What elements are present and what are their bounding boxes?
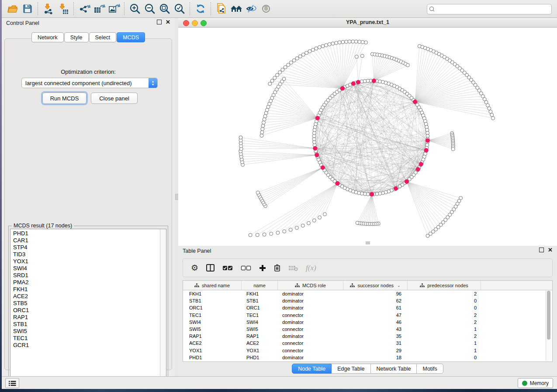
export-image-icon[interactable] xyxy=(107,2,121,16)
network-leaf-node[interactable] xyxy=(278,71,282,74)
network-hub-node[interactable] xyxy=(372,79,376,83)
tab-select[interactable]: Select xyxy=(89,32,117,42)
table-cell[interactable]: 2 xyxy=(408,320,481,325)
network-hub-node[interactable] xyxy=(356,80,360,84)
network-leaf-node[interactable] xyxy=(491,117,495,120)
network-leaf-node[interactable] xyxy=(298,55,302,58)
table-cell[interactable]: dominator xyxy=(278,320,343,325)
table-cell[interactable]: TEC1 xyxy=(242,313,278,318)
tab-network[interactable]: Network xyxy=(31,32,64,42)
network-canvas[interactable] xyxy=(178,28,557,246)
table-scrollbar[interactable] xyxy=(546,291,551,361)
network-leaf-node[interactable] xyxy=(292,58,296,62)
network-leaf-node[interactable] xyxy=(260,134,263,138)
open-folder-icon[interactable] xyxy=(5,2,20,16)
memory-button[interactable]: Memory xyxy=(518,378,553,388)
table-cell[interactable]: 2 xyxy=(408,313,481,318)
network-hub-node[interactable] xyxy=(416,167,420,171)
column-header-successor-nodes[interactable]: successor nodes⌄ xyxy=(343,281,408,290)
network-leaf-node[interactable] xyxy=(328,42,331,46)
network-hub-node[interactable] xyxy=(419,162,423,166)
network-hub-node[interactable] xyxy=(315,116,319,120)
table-cell[interactable]: connector xyxy=(278,327,343,332)
network-leaf-node[interactable] xyxy=(282,77,286,81)
mcds-result-item[interactable]: YOX1 xyxy=(13,258,166,265)
export-table-icon[interactable] xyxy=(92,2,107,16)
table-row[interactable]: YOX1YOX1connector291 xyxy=(183,347,552,354)
tab-motifs[interactable]: Motifs xyxy=(417,364,443,374)
network-leaf-node[interactable] xyxy=(318,45,321,49)
network-leaf-node[interactable] xyxy=(323,213,326,216)
table-cell[interactable]: YOX1 xyxy=(183,348,242,353)
search-input[interactable] xyxy=(438,6,551,13)
add-column-icon[interactable] xyxy=(259,265,266,272)
table-cell[interactable]: dominator xyxy=(278,291,343,296)
network-leaf-node[interactable] xyxy=(256,233,259,237)
table-cell[interactable]: FKH1 xyxy=(183,291,242,296)
network-leaf-node[interactable] xyxy=(256,191,259,194)
network-leaf-node[interactable] xyxy=(263,117,266,121)
refresh-icon[interactable] xyxy=(193,2,208,16)
network-graph[interactable] xyxy=(178,28,557,246)
network-leaf-node[interactable] xyxy=(263,233,266,236)
network-leaf-node[interactable] xyxy=(307,221,310,225)
network-leaf-node[interactable] xyxy=(295,57,299,60)
mcds-result-item[interactable]: SWI4 xyxy=(13,265,166,272)
table-cell[interactable]: dominator xyxy=(278,334,343,339)
network-leaf-node[interactable] xyxy=(338,41,341,44)
mcds-result-item[interactable]: STB1 xyxy=(13,321,166,328)
table-cell[interactable]: dominator xyxy=(278,298,343,303)
column-header-MCDS-role[interactable]: MCDS role xyxy=(278,281,343,290)
table-cell[interactable]: 47 xyxy=(343,313,408,318)
mcds-result-item[interactable]: SWI5 xyxy=(13,328,166,335)
table-row[interactable]: RAP1RAP1dominator352 xyxy=(183,333,552,340)
mcds-result-item[interactable]: STB5 xyxy=(13,300,166,307)
table-cell[interactable]: ACE2 xyxy=(183,340,242,346)
network-hub-node[interactable] xyxy=(424,148,428,152)
network-titlebar[interactable]: YPA_prune.txt_1 xyxy=(178,18,557,28)
table-cell[interactable]: 46 xyxy=(343,320,408,325)
network-leaf-node[interactable] xyxy=(361,40,364,44)
float-panel-icon[interactable] xyxy=(157,20,162,24)
close-panel-button[interactable]: Close panel xyxy=(91,93,138,104)
network-leaf-node[interactable] xyxy=(364,41,368,44)
table-cell[interactable]: TEC1 xyxy=(183,313,242,318)
network-leaf-node[interactable] xyxy=(308,50,311,53)
network-node[interactable] xyxy=(366,79,370,83)
network-leaf-node[interactable] xyxy=(341,40,345,44)
table-cell[interactable]: 0 xyxy=(408,305,481,310)
network-hub-node[interactable] xyxy=(370,192,374,196)
table-cell[interactable]: 2 xyxy=(408,291,481,296)
network-hub-node[interactable] xyxy=(340,86,344,90)
network-leaf-node[interactable] xyxy=(312,219,316,222)
table-cell[interactable]: SWI4 xyxy=(242,320,278,325)
table-cell[interactable]: connector xyxy=(278,348,343,353)
network-leaf-node[interactable] xyxy=(261,127,264,131)
optimization-criterion-select[interactable]: largest connected component (undirected)… xyxy=(21,78,158,88)
table-cell[interactable]: STB1 xyxy=(242,298,278,303)
network-leaf-node[interactable] xyxy=(321,45,325,48)
network-leaf-node[interactable] xyxy=(315,47,318,50)
network-leaf-node[interactable] xyxy=(261,124,265,127)
network-leaf-node[interactable] xyxy=(318,216,322,219)
run-mcds-button[interactable]: Run MCDS xyxy=(42,93,86,104)
network-leaf-node[interactable] xyxy=(249,233,252,237)
table-cell[interactable]: SWI4 xyxy=(183,320,242,325)
table-cell[interactable]: PHD1 xyxy=(183,355,242,360)
network-leaf-node[interactable] xyxy=(289,61,293,64)
table-cell[interactable]: SWI5 xyxy=(242,327,278,332)
network-leaf-node[interactable] xyxy=(260,131,264,134)
table-cell[interactable]: ORC1 xyxy=(183,305,242,310)
network-leaf-node[interactable] xyxy=(301,224,304,227)
table-cell[interactable]: ORC1 xyxy=(242,305,278,310)
network-leaf-node[interactable] xyxy=(358,40,361,44)
network-leaf-node[interactable] xyxy=(289,228,292,231)
table-cell[interactable]: PHD1 xyxy=(242,355,278,360)
network-leaf-node[interactable] xyxy=(270,232,273,236)
settings-gear-icon[interactable]: ⚙ xyxy=(191,264,198,272)
network-hub-node[interactable] xyxy=(336,182,339,186)
table-row[interactable]: ACE2ACE2connector311 xyxy=(183,340,552,347)
import-network-icon[interactable] xyxy=(41,2,56,16)
table-cell[interactable]: 1 xyxy=(408,348,481,353)
network-leaf-node[interactable] xyxy=(270,79,274,83)
